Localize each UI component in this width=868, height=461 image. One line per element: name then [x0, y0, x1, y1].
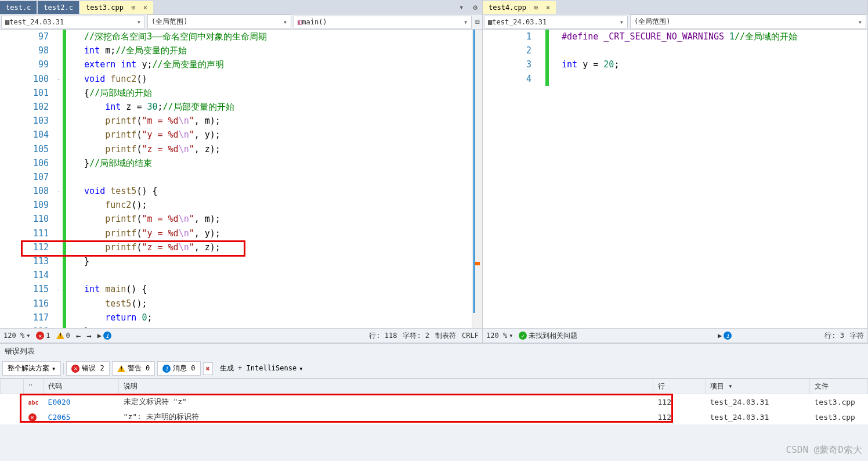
- chevron-down-icon: ▾: [52, 365, 56, 373]
- chevron-down-icon: ▾: [114, 18, 141, 26]
- project-icon: ▦: [488, 18, 492, 26]
- zoom-level[interactable]: 120 % ▾: [486, 332, 513, 340]
- tabs-indicator[interactable]: 制表符: [435, 331, 456, 341]
- project-selector[interactable]: ▦ test_24.03.31 ▾: [1, 16, 145, 28]
- col-desc[interactable]: 说明: [119, 379, 653, 394]
- error-list-title: 错误列表: [0, 344, 868, 359]
- line-indicator[interactable]: 行: 118: [369, 331, 397, 341]
- build-source-dropdown[interactable]: 生成 + IntelliSense ▾: [215, 362, 308, 375]
- error-icon: ✕: [36, 332, 44, 340]
- nav-prev[interactable]: ←: [76, 331, 81, 340]
- scope-selector[interactable]: (全局范围) ▾: [630, 15, 866, 29]
- clear-button[interactable]: ✖: [203, 362, 213, 375]
- col-code[interactable]: 代码: [44, 379, 119, 394]
- col-project[interactable]: 项目 ▾: [706, 379, 810, 394]
- editor-right[interactable]: 1234 #define _CRT_SECURE_NO_WARNINGS 1//…: [483, 30, 867, 328]
- tab-test3-cpp[interactable]: test3.cpp ⊕ ×: [80, 1, 153, 14]
- tab-test4-cpp[interactable]: test4.cpp ⊕ ×: [483, 1, 556, 14]
- error-icon: ✕: [71, 365, 79, 373]
- col-state[interactable]: ": [24, 379, 44, 394]
- chevron-down-icon: ▾: [26, 332, 30, 340]
- watermark: CSDN @蒙奇D索大: [786, 444, 862, 456]
- error-count[interactable]: ✕1: [36, 332, 50, 340]
- error-table[interactable]: " 代码 说明 行 项目 ▾ 文件 abcE0020未定义标识符 "z"112t…: [0, 379, 868, 424]
- chevron-down-icon: ▾: [835, 18, 862, 26]
- line-indicator[interactable]: 行: 3: [824, 331, 844, 341]
- scope-label: (全局范围): [151, 17, 187, 27]
- table-row[interactable]: ✕C2065"z": 未声明的标识符112test_24.03.31test3.…: [1, 409, 868, 424]
- tab-test2-c[interactable]: test2.c: [38, 1, 79, 14]
- error-toolbar: 整个解决方案 ▾ ✕错误 2 警告 0 i消息 0 ✖ 生成 + Intelli…: [0, 359, 868, 379]
- error-marker[interactable]: [475, 262, 480, 265]
- cube-icon: ◧: [298, 18, 302, 26]
- scrollbar-right[interactable]: [472, 30, 482, 328]
- eol-indicator[interactable]: CRLF: [462, 332, 479, 340]
- warning-count[interactable]: 0: [56, 332, 70, 340]
- chevron-down-icon: ▾: [440, 18, 468, 26]
- no-issues[interactable]: ✓未找到相关问题: [519, 331, 577, 341]
- info-icon: i: [162, 365, 171, 373]
- clear-icon: ✖: [206, 365, 210, 373]
- function-name: main(): [302, 18, 327, 26]
- ok-icon: ✓: [519, 332, 527, 340]
- chevron-down-icon: ▾: [596, 18, 624, 26]
- editor-left[interactable]: 9798991001011021031041051061071081091101…: [0, 30, 482, 328]
- fold-margin[interactable]: ---: [55, 30, 63, 328]
- info-button[interactable]: ▶ i: [718, 332, 732, 340]
- tab-label: test3.cpp: [86, 3, 124, 12]
- gear-icon[interactable]: ⚙: [468, 1, 482, 14]
- tab-label: test4.cpp: [489, 3, 526, 12]
- info-button[interactable]: ▶ i: [97, 332, 111, 340]
- col-line[interactable]: 行: [653, 379, 706, 394]
- messages-filter[interactable]: i消息 0: [157, 361, 200, 376]
- project-selector[interactable]: ▦ test_24.03.31 ▾: [484, 16, 628, 28]
- project-name: test_24.03.31: [9, 18, 64, 26]
- table-row[interactable]: abcE0020未定义标识符 "z"112test_24.03.31test3.…: [1, 394, 868, 410]
- info-icon: i: [724, 332, 732, 340]
- close-icon[interactable]: ×: [546, 3, 550, 12]
- warning-icon: [117, 365, 125, 372]
- fold-margin[interactable]: [537, 30, 545, 328]
- col-file[interactable]: 文件: [810, 379, 868, 394]
- nav-bar-right: ▦ test_24.03.31 ▾ (全局范围) ▾: [483, 15, 867, 30]
- pin-icon[interactable]: ⊕: [534, 3, 538, 12]
- status-bar-right: 120 % ▾ ✓未找到相关问题 ▶ i 行: 3 字符: [483, 328, 867, 343]
- tab-menu-caret[interactable]: ▾: [454, 1, 468, 14]
- scope-dropdown[interactable]: 整个解决方案 ▾: [2, 361, 61, 376]
- scope-label: (全局范围): [634, 17, 670, 27]
- error-list-panel: 错误列表 整个解决方案 ▾ ✕错误 2 警告 0 i消息 0 ✖ 生成 + In…: [0, 343, 868, 424]
- col-icon[interactable]: [1, 379, 24, 394]
- warning-icon: [56, 332, 64, 339]
- scope-selector[interactable]: (全局范围) ▾: [147, 15, 291, 29]
- code-area[interactable]: //深挖命名空间3——命名空间中对象的生命周期 int m;//全局变量的开始 …: [66, 30, 472, 328]
- close-icon[interactable]: ×: [143, 3, 147, 12]
- warnings-filter[interactable]: 警告 0: [112, 361, 155, 376]
- project-name: test_24.03.31: [492, 18, 547, 26]
- errors-filter[interactable]: ✕错误 2: [66, 361, 109, 376]
- tab-test-c[interactable]: test.c: [0, 1, 37, 14]
- code-area[interactable]: #define _CRT_SECURE_NO_WARNINGS 1//全局域的开…: [549, 30, 867, 328]
- project-icon: ▦: [5, 18, 9, 26]
- char-indicator[interactable]: 字符: 2: [403, 331, 429, 341]
- info-icon: i: [103, 332, 111, 340]
- chevron-down-icon: ▾: [509, 332, 513, 340]
- split-icon[interactable]: ⊟: [473, 15, 482, 28]
- zoom-level[interactable]: 120 % ▾: [3, 332, 30, 340]
- chevron-down-icon: ▾: [299, 365, 303, 373]
- function-selector[interactable]: ◧ main() ▾: [294, 16, 472, 28]
- chevron-down-icon: ▾: [260, 18, 287, 26]
- line-gutter: 9798991001011021031041051061071081091101…: [0, 30, 55, 328]
- line-gutter: 1234: [483, 30, 537, 328]
- char-indicator[interactable]: 字符: [850, 331, 864, 341]
- tab-bar-right: test4.cpp ⊕ ×: [483, 0, 867, 15]
- status-bar-left: 120 % ▾ ✕1 0 ← → ▶ i 行: 118 字符: 2 制表符 CR…: [0, 328, 482, 343]
- nav-bar-left: ▦ test_24.03.31 ▾ (全局范围) ▾ ◧ main() ▾ ⊟: [0, 15, 482, 30]
- nav-next[interactable]: →: [86, 331, 91, 340]
- tab-bar-left: test.c test2.c test3.cpp ⊕ × ▾ ⚙: [0, 0, 482, 15]
- pin-icon[interactable]: ⊕: [131, 3, 135, 12]
